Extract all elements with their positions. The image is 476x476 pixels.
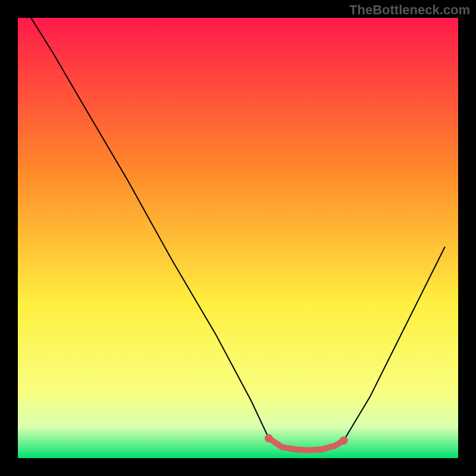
optimal-range-start-dot	[265, 434, 273, 443]
chart-container: TheBottleneck.com	[0, 0, 476, 476]
chart-svg	[0, 0, 476, 476]
chart-background	[18, 18, 458, 458]
watermark-text: TheBottleneck.com	[349, 2, 470, 18]
optimal-range-end-dot	[340, 436, 348, 444]
